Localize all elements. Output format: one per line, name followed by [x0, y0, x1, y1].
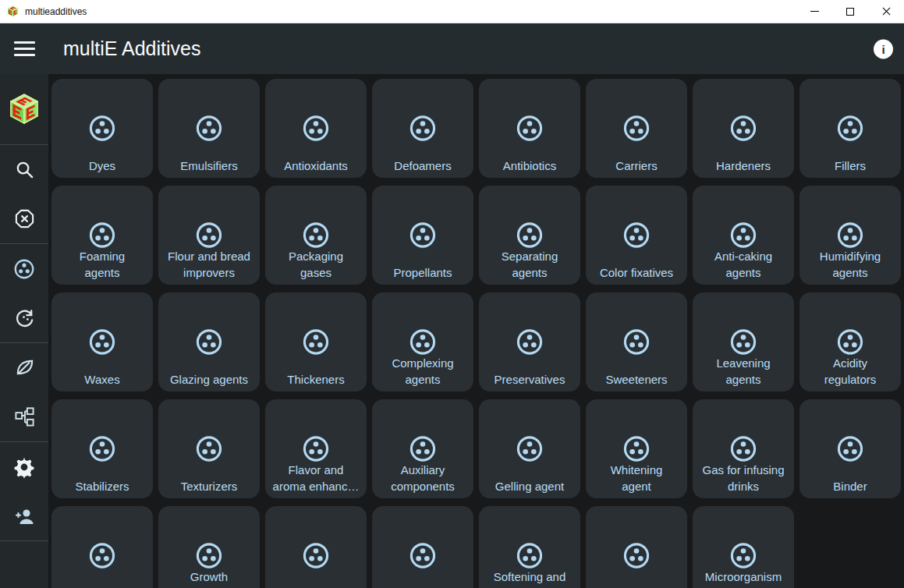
additive-circle-icon — [196, 221, 223, 249]
category-card[interactable]: Gelling agent — [479, 399, 580, 498]
category-card[interactable]: Foamingagents — [51, 186, 153, 285]
category-label: Whiteningagent — [586, 462, 687, 494]
category-card[interactable]: Gas for infusingdrinks — [693, 399, 794, 498]
app-logo-icon — [6, 91, 42, 127]
category-card[interactable]: Waxes — [51, 292, 153, 391]
category-label: Gas for infusingdrinks — [693, 462, 794, 494]
content-area: Dyes Emulsifiers Antioxidants Defoamers — [48, 74, 904, 588]
additive-circle-icon — [730, 115, 757, 142]
sidebar-item-app-logo[interactable] — [0, 74, 48, 144]
sidebar-item-add-user[interactable] — [0, 491, 48, 540]
category-label: Acidityregulators — [799, 355, 901, 388]
additive-circle-icon — [623, 115, 651, 142]
additive-circle-icon — [730, 542, 757, 569]
sidebar-item-exclude[interactable] — [0, 194, 48, 243]
category-card[interactable]: Microorganism — [693, 506, 794, 588]
category-card[interactable]: Growth — [158, 506, 260, 588]
minimize-button[interactable] — [796, 0, 832, 23]
octagon-x-icon — [14, 208, 35, 229]
close-button[interactable] — [868, 0, 904, 23]
additive-circle-icon — [409, 115, 437, 142]
category-card[interactable]: Antioxidants — [265, 79, 367, 178]
category-card[interactable] — [372, 506, 473, 588]
maximize-button[interactable] — [832, 0, 868, 23]
category-label: Color fixatives — [586, 264, 687, 281]
sidebar-item-recycle[interactable] — [0, 293, 48, 342]
hamburger-menu-button[interactable] — [14, 41, 35, 56]
category-card[interactable]: Separatingagents — [479, 186, 580, 285]
category-card[interactable]: Carriers — [586, 79, 687, 178]
sidebar-item-settings[interactable] — [0, 442, 48, 491]
divider — [0, 540, 48, 541]
additive-circle-icon — [196, 435, 223, 462]
additive-circle-icon — [730, 328, 757, 356]
category-card[interactable]: Color fixatives — [586, 186, 687, 285]
category-card[interactable]: Dyes — [51, 79, 153, 178]
category-label: Auxiliarycomponents — [372, 462, 473, 494]
category-card[interactable]: Thickeners — [265, 292, 367, 391]
category-card[interactable]: Emulsifiers — [158, 79, 260, 178]
category-label: Antioxidants — [265, 158, 367, 174]
category-label: Flour and breadimprovers — [158, 248, 260, 281]
category-card[interactable] — [265, 506, 367, 588]
category-label: Sweeteners — [586, 371, 687, 388]
category-label: Antibiotics — [479, 158, 580, 174]
additive-circle-icon — [89, 221, 116, 249]
category-card[interactable]: Flour and breadimprovers — [158, 186, 260, 285]
category-label: Gelling agent — [479, 478, 580, 494]
category-label: Foamingagents — [51, 248, 153, 281]
window-controls — [796, 0, 904, 23]
additive-circle-icon — [303, 115, 330, 142]
additive-circle-icon — [409, 221, 437, 249]
category-card[interactable]: Glazing agents — [158, 292, 260, 391]
category-card[interactable]: Hardeners — [693, 79, 794, 178]
additive-circle-icon — [516, 221, 544, 249]
category-card[interactable] — [586, 506, 687, 588]
category-card[interactable]: Humidifyingagents — [799, 186, 901, 285]
category-card[interactable]: Acidityregulators — [799, 292, 901, 391]
additive-circle-icon — [13, 258, 35, 280]
category-card[interactable]: Antibiotics — [479, 79, 580, 178]
sidebar-item-search[interactable] — [0, 145, 48, 194]
category-card[interactable]: Auxiliarycomponents — [372, 399, 473, 498]
additive-circle-icon — [303, 435, 330, 462]
category-card[interactable]: Sweeteners — [586, 292, 687, 391]
additive-circle-icon — [409, 542, 437, 569]
window-titlebar[interactable]: multieadditives — [0, 0, 904, 23]
additive-circle-icon — [837, 221, 864, 249]
category-label: Texturizers — [158, 478, 260, 494]
category-card[interactable]: Softening and — [479, 506, 580, 588]
info-button[interactable]: i — [874, 39, 893, 58]
category-grid[interactable]: Dyes Emulsifiers Antioxidants Defoamers — [48, 74, 904, 588]
category-card[interactable]: Fillers — [799, 79, 901, 178]
category-card[interactable]: Texturizers — [158, 399, 260, 498]
category-card[interactable]: Complexingagents — [372, 292, 473, 391]
additive-circle-icon — [623, 435, 651, 462]
minimize-icon — [810, 11, 819, 12]
category-card[interactable]: Stabilizers — [51, 399, 153, 498]
category-card[interactable]: Preservatives — [479, 292, 580, 391]
additive-circle-icon — [196, 328, 223, 356]
page-title: multiE Additives — [63, 37, 200, 60]
category-label: Leaveningagents — [693, 355, 794, 388]
category-label: Complexingagents — [372, 355, 473, 388]
category-card[interactable]: Propellants — [372, 186, 473, 285]
category-card[interactable]: Whiteningagent — [586, 399, 687, 498]
category-card[interactable]: Leaveningagents — [693, 292, 794, 391]
additive-circle-icon — [303, 542, 330, 569]
category-card[interactable]: Anti-cakingagents — [693, 186, 794, 285]
category-label: Hardeners — [693, 158, 794, 174]
category-label: Growth — [158, 569, 260, 588]
additive-circle-icon — [623, 542, 651, 569]
category-card[interactable] — [51, 506, 153, 588]
category-label: Packaginggases — [265, 248, 367, 281]
leaf-icon — [14, 357, 35, 378]
sidebar-item-additives[interactable] — [0, 244, 48, 293]
category-card[interactable]: Packaginggases — [265, 186, 367, 285]
category-card[interactable]: Flavor andaroma enhanc… — [265, 399, 367, 498]
sidebar-item-structure[interactable] — [0, 392, 48, 441]
category-card[interactable]: Binder — [799, 399, 901, 498]
category-card[interactable]: Defoamers — [372, 79, 473, 178]
sidebar-item-natural[interactable] — [0, 343, 48, 392]
app-logo-icon — [6, 5, 19, 18]
